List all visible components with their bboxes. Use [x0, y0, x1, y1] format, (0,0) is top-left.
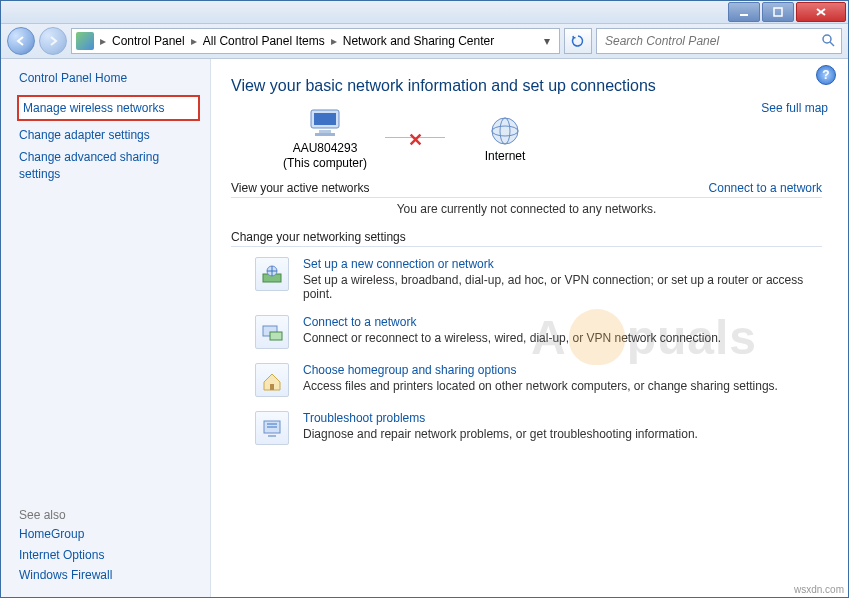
breadcrumb[interactable]: Control Panel [110, 34, 187, 48]
svg-point-4 [823, 35, 831, 43]
connect-to-network-link[interactable]: Connect to a network [709, 181, 822, 195]
task-link[interactable]: Connect to a network [303, 315, 721, 329]
breadcrumb-sep-icon: ▸ [189, 34, 199, 48]
svg-point-10 [492, 118, 518, 144]
map-node-name: Internet [485, 149, 526, 164]
svg-rect-7 [314, 113, 336, 125]
map-connection-line: ✕ [385, 137, 445, 140]
change-settings-header: Change your networking settings [231, 230, 822, 247]
map-node-sub: (This computer) [283, 156, 367, 170]
address-bar[interactable]: ▸ Control Panel ▸ All Control Panel Item… [71, 28, 560, 54]
task-desc: Diagnose and repair network problems, or… [303, 427, 698, 441]
setup-connection-icon [255, 257, 289, 291]
close-button[interactable] [796, 2, 846, 22]
maximize-button[interactable] [762, 2, 794, 22]
see-also-homegroup[interactable]: HomeGroup [19, 526, 198, 542]
search-icon [821, 33, 835, 50]
main-content: ? View your basic network information an… [211, 59, 848, 597]
svg-rect-1 [774, 8, 782, 16]
task-homegroup-sharing: Choose homegroup and sharing options Acc… [255, 363, 822, 397]
forward-button[interactable] [39, 27, 67, 55]
control-panel-home-link[interactable]: Control Panel Home [19, 71, 198, 85]
task-desc: Access files and printers located on oth… [303, 379, 778, 393]
computer-icon [303, 105, 347, 141]
breadcrumb[interactable]: All Control Panel Items [201, 34, 327, 48]
navigation-bar: ▸ Control Panel ▸ All Control Panel Item… [1, 24, 848, 59]
svg-rect-9 [315, 133, 335, 136]
sidebar-link-adapter-settings[interactable]: Change adapter settings [19, 127, 198, 143]
sidebar-link-manage-wireless[interactable]: Manage wireless networks [17, 95, 200, 121]
control-panel-icon [76, 32, 94, 50]
address-dropdown-icon[interactable]: ▾ [539, 34, 555, 48]
help-icon[interactable]: ? [816, 65, 836, 85]
breadcrumb-sep-icon: ▸ [98, 34, 108, 48]
task-setup-connection: Set up a new connection or network Set u… [255, 257, 822, 301]
task-link[interactable]: Troubleshoot problems [303, 411, 698, 425]
section-title: View your active networks [231, 181, 370, 195]
section-title: Change your networking settings [231, 230, 406, 244]
page-title: View your basic network information and … [231, 77, 828, 95]
see-also-internet-options[interactable]: Internet Options [19, 547, 198, 563]
sidebar: Control Panel Home Manage wireless netwo… [1, 59, 211, 597]
window: ▸ Control Panel ▸ All Control Panel Item… [0, 0, 849, 598]
source-tag: wsxdn.com [794, 584, 844, 595]
connect-network-icon [255, 315, 289, 349]
task-desc: Connect or reconnect to a wireless, wire… [303, 331, 721, 345]
svg-line-5 [830, 42, 834, 46]
see-also-windows-firewall[interactable]: Windows Firewall [19, 567, 198, 583]
task-link[interactable]: Set up a new connection or network [303, 257, 822, 271]
homegroup-icon [255, 363, 289, 397]
svg-rect-19 [268, 435, 276, 437]
svg-rect-8 [319, 130, 331, 133]
active-networks-status: You are currently not connected to any n… [225, 202, 828, 216]
task-desc: Set up a wireless, broadband, dial-up, a… [303, 273, 822, 301]
task-connect-network: Connect to a network Connect or reconnec… [255, 315, 822, 349]
breadcrumb[interactable]: Network and Sharing Center [341, 34, 496, 48]
map-node-name: AAU804293 [293, 141, 358, 155]
active-networks-header: View your active networks Connect to a n… [231, 181, 822, 198]
search-input[interactable] [603, 33, 797, 49]
task-link[interactable]: Choose homegroup and sharing options [303, 363, 778, 377]
see-also-header: See also [19, 508, 198, 522]
map-node-internet: Internet [445, 113, 565, 164]
search-box[interactable] [596, 28, 842, 54]
sidebar-link-advanced-sharing[interactable]: Change advanced sharing settings [19, 149, 198, 181]
body: Control Panel Home Manage wireless netwo… [1, 59, 848, 597]
map-node-this-computer: AAU804293 (This computer) [265, 105, 385, 171]
svg-rect-16 [270, 332, 282, 340]
globe-icon [483, 113, 527, 149]
back-button[interactable] [7, 27, 35, 55]
refresh-button[interactable] [564, 28, 592, 54]
task-troubleshoot: Troubleshoot problems Diagnose and repai… [255, 411, 822, 445]
minimize-button[interactable] [728, 2, 760, 22]
breadcrumb-sep-icon: ▸ [329, 34, 339, 48]
connection-broken-icon: ✕ [408, 129, 423, 151]
titlebar [1, 1, 848, 24]
network-map: AAU804293 (This computer) ✕ [265, 105, 828, 171]
svg-rect-17 [270, 384, 274, 390]
troubleshoot-icon [255, 411, 289, 445]
